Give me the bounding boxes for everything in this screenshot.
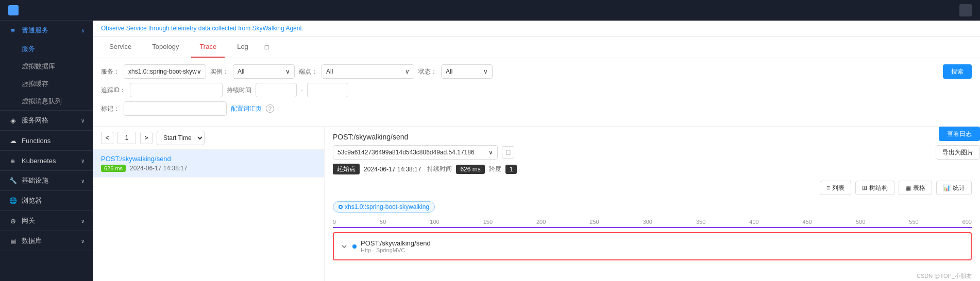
tag-label: 标记： <box>101 104 120 113</box>
service-dot <box>339 205 343 209</box>
sidebar-item-virtual-db[interactable]: 虚拟数据库 <box>0 58 93 75</box>
trace-item-meta: 626 ms 2024-06-17 14:38:17 <box>101 165 316 172</box>
top-bar <box>93 0 980 21</box>
tab-trace[interactable]: Trace <box>191 37 225 58</box>
service-filter-select[interactable]: xhs1.0::spring-boot-skyw ∨ <box>124 64 206 79</box>
main-content: Observe Service through telemetry data c… <box>93 0 980 281</box>
table-view-button[interactable]: ▦ 表格 <box>899 181 932 195</box>
table-icon: ▦ <box>905 184 911 191</box>
sidebar-section-general: ≡ 普通服务 ∧ 服务 虚拟数据库 虚拟缓存 虚拟消息队列 <box>0 21 93 111</box>
chevron-down-icon: ∨ <box>197 68 201 75</box>
sidebar-item-functions[interactable]: ☁ Functions <box>0 131 93 150</box>
chevron-icon: ∨ <box>81 158 85 164</box>
duration-label: 持续时间 <box>427 165 452 173</box>
sidebar-item-infra[interactable]: 🔧 基础设施 ∨ <box>0 171 93 190</box>
gateway-icon: ⊕ <box>8 216 18 225</box>
tree-icon: ⊞ <box>862 184 867 191</box>
span-container: POST:/skywalking/send Http - SpringMVC <box>333 232 972 260</box>
trace-id-row: 53c9a6142736499a814d543c806d49ad.54.1718… <box>333 145 972 160</box>
tab-topology[interactable]: Topology <box>144 37 187 58</box>
sidebar-section-kubernetes: ⎈ Kubernetes ∨ <box>0 151 93 171</box>
stats-icon: 📊 <box>943 184 951 191</box>
trace-id-label: 追踪ID： <box>101 86 126 95</box>
tab-service[interactable]: Service <box>101 37 140 58</box>
trace-detail-title: POST:/skywalking/send <box>333 133 972 141</box>
config-link[interactable]: 配置词汇页 <box>231 104 262 113</box>
sidebar-item-browser[interactable]: 🌐 浏览器 <box>0 191 93 210</box>
filter-row-2: 追踪ID： 持续时间 - <box>101 83 972 97</box>
detail-toolbar-top: 查看日志 <box>939 127 980 141</box>
sidebar-section-label: 普通服务 <box>22 26 48 35</box>
chevron-down-icon: ∨ <box>285 68 290 75</box>
pagination-row: < 1 > Start Time <box>93 127 324 150</box>
trace-list-item[interactable]: POST:/skywalking/send 626 ms 2024-06-17 … <box>93 150 324 178</box>
page-number-input[interactable]: 1 <box>117 132 136 144</box>
depth-label: 跨度 <box>489 165 501 173</box>
span-expand-icon[interactable] <box>340 242 348 251</box>
watermark: CSDN @TOP_小朋友 <box>917 272 972 280</box>
top-bar-button[interactable] <box>959 4 972 16</box>
expand-arrow-icon <box>341 243 347 250</box>
tag-input[interactable] <box>124 101 227 116</box>
trace-info-tags: 起始点 2024-06-17 14:38:17 持续时间 626 ms 跨度 1 <box>333 164 972 174</box>
view-log-button[interactable]: 查看日志 <box>939 127 980 141</box>
sidebar: ≡ 普通服务 ∧ 服务 虚拟数据库 虚拟缓存 虚拟消息队列 ◈ 服务网格 ∨ ☁… <box>0 0 93 281</box>
prev-page-button[interactable]: < <box>101 132 113 144</box>
next-page-button[interactable]: > <box>140 132 153 144</box>
info-bar: Observe Service through telemetry data c… <box>93 21 980 37</box>
sidebar-item-virtual-mq[interactable]: 虚拟消息队列 <box>0 93 93 110</box>
sidebar-item-database[interactable]: ▤ 数据库 ∨ <box>0 231 93 251</box>
cloud-icon: ☁ <box>8 136 18 145</box>
sidebar-item-service-mesh[interactable]: ◈ 服务网格 ∨ <box>0 111 93 130</box>
trace-id-select[interactable]: 53c9a6142736499a814d543c806d49ad.54.1718… <box>333 145 498 160</box>
duration-to-input[interactable] <box>307 83 348 97</box>
sort-select[interactable]: Start Time <box>157 131 205 145</box>
trace-detail-panel: 查看日志 POST:/skywalking/send 53c9a61427364… <box>325 127 980 281</box>
trace-list-panel: < 1 > Start Time POST:/skywalking/send 6… <box>93 127 325 281</box>
trace-date: 2024-06-17 14:38:17 <box>130 165 187 172</box>
chevron-down-icon: ∨ <box>405 68 410 75</box>
stats-view-button[interactable]: 📊 统计 <box>936 181 972 195</box>
sidebar-item-general-services[interactable]: ≡ 普通服务 ∧ <box>0 21 93 40</box>
depth-value: 1 <box>505 165 517 174</box>
tab-log[interactable]: Log <box>229 37 257 58</box>
sidebar-logo <box>0 0 93 21</box>
tab-extra-icon[interactable]: □ <box>261 37 273 57</box>
list-view-button[interactable]: ≡ 列表 <box>820 181 851 195</box>
chevron-icon: ∧ <box>81 28 85 33</box>
status-filter-label: 状态： <box>418 67 437 76</box>
duration-label: 持续时间 <box>227 86 251 95</box>
instance-filter-select[interactable]: All ∨ <box>233 64 295 79</box>
sidebar-item-virtual-cache[interactable]: 虚拟缓存 <box>0 75 93 93</box>
list-icon: ≡ <box>826 184 830 191</box>
span-text-group: POST:/skywalking/send Http - SpringMVC <box>361 239 431 253</box>
chevron-icon: ∨ <box>81 218 85 224</box>
instance-filter-label: 实例： <box>210 67 229 76</box>
sidebar-item-kubernetes[interactable]: ⎈ Kubernetes ∨ <box>0 151 93 170</box>
duration-from-input[interactable] <box>256 83 297 97</box>
chevron-icon: ∨ <box>81 178 85 184</box>
export-image-button[interactable]: 导出为图片 <box>936 145 980 160</box>
status-filter-select[interactable]: All ∨ <box>441 64 493 79</box>
trace-id-input[interactable] <box>130 83 223 97</box>
endpoint-filter-select[interactable]: All ∨ <box>322 64 414 79</box>
trace-item-name: POST:/skywalking/send <box>101 155 316 163</box>
start-value: 2024-06-17 14:38:17 <box>364 166 421 173</box>
sidebar-section-database: ▤ 数据库 ∨ <box>0 231 93 251</box>
db-icon: ▤ <box>8 236 18 245</box>
sidebar-item-gateway[interactable]: ⊕ 网关 ∨ <box>0 211 93 231</box>
trace-detail-header: POST:/skywalking/send 53c9a6142736499a81… <box>333 133 972 174</box>
sidebar-item-services[interactable]: 服务 <box>0 40 93 58</box>
tree-view-button[interactable]: ⊞ 树结构 <box>855 181 894 195</box>
span-type: Http - SpringMVC <box>361 247 431 253</box>
detail-view-toolbar: ≡ 列表 ⊞ 树结构 ▦ 表格 📊 统计 <box>333 181 972 195</box>
service-tag: xhs1.0::spring-boot-skywalking <box>333 201 435 213</box>
search-button[interactable]: 搜索 <box>943 64 972 79</box>
help-icon[interactable]: ? <box>266 104 274 113</box>
sidebar-section-gateway: ⊕ 网关 ∨ <box>0 211 93 231</box>
filter-area: 服务： xhs1.0::spring-boot-skyw ∨ 实例： All ∨… <box>93 58 980 127</box>
trace-duration-badge: 626 ms <box>101 165 126 172</box>
service-tag-label: xhs1.0::spring-boot-skywalking <box>345 203 429 210</box>
info-link[interactable]: Observe Service through telemetry data c… <box>101 25 303 32</box>
copy-trace-id-button[interactable]: ⎕ <box>502 146 514 159</box>
